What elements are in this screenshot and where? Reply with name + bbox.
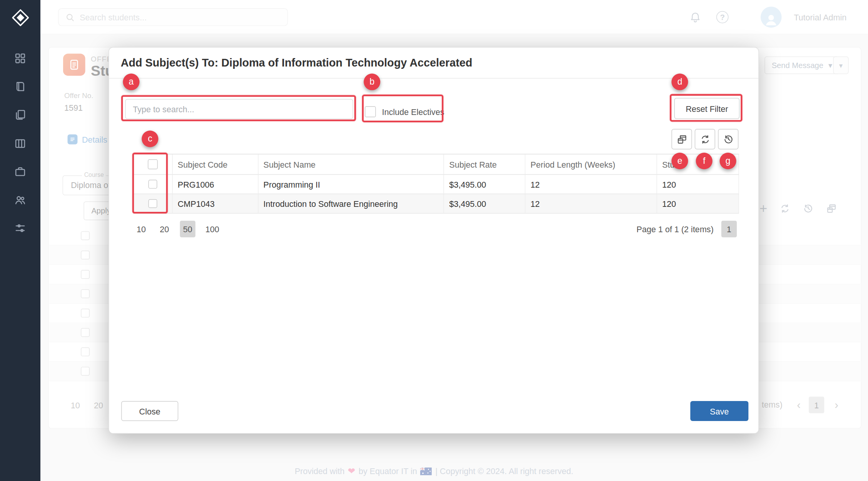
- table-row[interactable]: CMP1043 Introduction to Software Enginee…: [134, 194, 739, 213]
- column-chooser-icon: [676, 133, 687, 145]
- column-header[interactable]: Stu: [657, 154, 739, 174]
- grid-toolbar: [671, 129, 738, 149]
- column-chooser-button[interactable]: [671, 129, 692, 149]
- subjects-table: Subject Code Subject Name Subject Rate P…: [134, 154, 739, 213]
- book-icon: [14, 80, 26, 92]
- row-checkbox[interactable]: [149, 180, 157, 189]
- app-logo[interactable]: [0, 7, 40, 29]
- pagination: Page 1 of 1 (2 items) 1: [636, 221, 737, 237]
- page-size-option[interactable]: 100: [203, 221, 222, 237]
- page-size-option[interactable]: 20: [157, 221, 172, 237]
- select-all-checkbox[interactable]: [148, 159, 158, 169]
- header-checkbox-cell: [134, 154, 173, 174]
- row-checkbox[interactable]: [149, 199, 157, 208]
- subject-search-field[interactable]: [125, 99, 353, 119]
- column-header[interactable]: Period Length (Weeks): [526, 154, 657, 174]
- subject-search-input[interactable]: [125, 99, 353, 119]
- sidebar-item-users[interactable]: [0, 188, 40, 212]
- page-info: Page 1 of 1 (2 items): [636, 224, 713, 233]
- row-checkbox-cell: [134, 194, 173, 213]
- table-row[interactable]: PRG1006 Programming II $3,495.00 12 120: [134, 175, 739, 194]
- subject-rate-cell: $3,495.00: [444, 175, 526, 194]
- refresh-icon: [699, 133, 711, 145]
- revert-button[interactable]: [718, 129, 738, 149]
- history-icon: [723, 133, 734, 145]
- sidebar-item-dashboard[interactable]: [0, 46, 40, 70]
- subject-name-cell: Introduction to Software Engineering: [259, 194, 444, 213]
- reset-filter-button[interactable]: Reset Filter: [674, 98, 739, 119]
- subject-code-cell: PRG1006: [173, 175, 259, 194]
- subject-code-cell: CMP1043: [173, 194, 259, 213]
- close-button[interactable]: Close: [121, 401, 178, 421]
- subject-rate-cell: $3,495.00: [444, 194, 526, 213]
- page-size-option[interactable]: 10: [134, 221, 149, 237]
- study-hours-cell: 120: [657, 194, 739, 213]
- study-hours-cell: 120: [657, 175, 739, 194]
- column-header[interactable]: Subject Code: [173, 154, 259, 174]
- logo-icon: [11, 8, 30, 27]
- sidebar-item-contacts[interactable]: [0, 74, 40, 98]
- page-size-option-selected[interactable]: 50: [180, 221, 195, 237]
- sidebar-item-jobs[interactable]: [0, 159, 40, 183]
- column-header[interactable]: Subject Rate: [444, 154, 526, 174]
- table-header-row: Subject Code Subject Name Subject Rate P…: [134, 154, 739, 175]
- column-header[interactable]: Subject Name: [259, 154, 444, 174]
- save-button[interactable]: Save: [690, 401, 748, 421]
- sliders-icon: [14, 222, 26, 234]
- subject-name-cell: Programming II: [259, 175, 444, 194]
- modal-title: Add Subject(s) To: Diploma of Informatio…: [121, 57, 472, 69]
- app-root: ? Tutorial Admin: [0, 0, 868, 481]
- period-length-cell: 12: [526, 175, 657, 194]
- divider: [109, 78, 758, 78]
- sidebar-item-offers[interactable]: [0, 102, 40, 126]
- include-electives-label: Include Electives: [382, 107, 444, 116]
- sidebar-item-settings[interactable]: [0, 216, 40, 240]
- period-length-cell: 12: [526, 194, 657, 213]
- page-size-selector: 10 20 50 100: [134, 221, 222, 237]
- row-checkbox-cell: [134, 175, 173, 194]
- briefcase-icon: [14, 166, 26, 177]
- sidebar-item-courses[interactable]: [0, 131, 40, 155]
- columns-icon: [14, 138, 26, 149]
- page-number-button[interactable]: 1: [721, 221, 737, 237]
- users-icon: [14, 194, 26, 205]
- sidebar: [0, 0, 40, 481]
- dashboard-icon: [14, 52, 26, 64]
- add-subjects-modal: Add Subject(s) To: Diploma of Informatio…: [108, 47, 759, 434]
- include-electives-checkbox[interactable]: [365, 106, 376, 117]
- refresh-button[interactable]: [695, 129, 715, 149]
- files-icon: [14, 109, 26, 120]
- include-electives[interactable]: Include Electives: [365, 101, 444, 123]
